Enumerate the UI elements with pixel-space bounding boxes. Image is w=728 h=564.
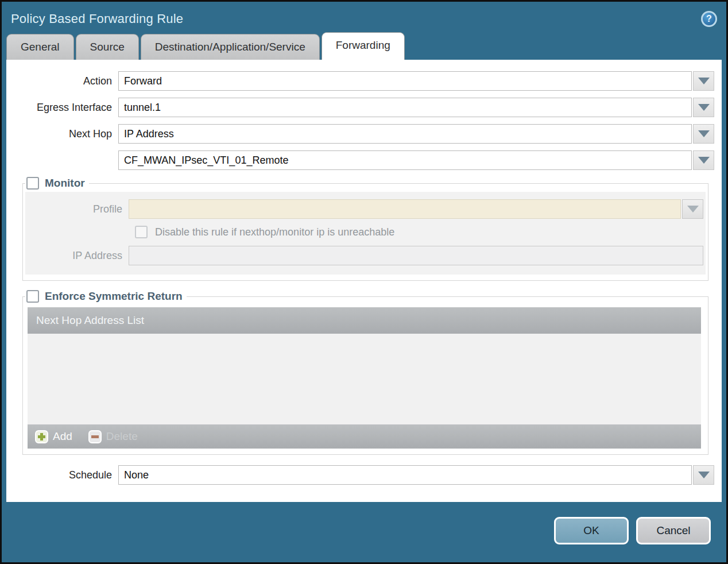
table-body	[28, 334, 701, 424]
table-header: Next Hop Address List	[28, 307, 701, 334]
chevron-down-icon	[698, 472, 710, 478]
schedule-row: Schedule	[8, 465, 714, 485]
schedule-label: Schedule	[8, 469, 118, 481]
chevron-down-icon	[698, 78, 710, 84]
monitor-checkbox[interactable]	[26, 177, 39, 190]
next-hop-address-input[interactable]	[118, 150, 692, 170]
action-row: Action	[8, 71, 714, 91]
chevron-down-icon	[687, 206, 699, 213]
ok-button[interactable]: OK	[554, 517, 629, 544]
next-hop-address-dropdown-button[interactable]	[693, 150, 714, 170]
title-bar: Policy Based Forwarding Rule ?	[2, 2, 726, 32]
egress-interface-row: Egress Interface	[8, 98, 714, 117]
monitor-legend: Monitor	[25, 177, 89, 190]
delete-button-label: Delete	[106, 430, 138, 443]
tab-source[interactable]: Source	[76, 34, 139, 60]
monitor-ip-input[interactable]	[129, 246, 703, 265]
monitor-ip-row: IP Address	[25, 246, 703, 265]
action-combo	[118, 71, 714, 91]
monitor-panel: Profile Disable this rule if nexthop/mon…	[25, 192, 706, 275]
add-icon	[35, 430, 48, 443]
enforce-symmetric-return-legend: Enforce Symmetric Return	[25, 290, 187, 303]
next-hop-label: Next Hop	[8, 128, 118, 140]
next-hop-type-dropdown-button[interactable]	[693, 124, 714, 144]
monitor-ip-label: IP Address	[25, 250, 129, 262]
tab-destination-application-service[interactable]: Destination/Application/Service	[141, 34, 320, 60]
profile-row: Profile	[25, 199, 703, 219]
tab-forwarding[interactable]: Forwarding	[322, 32, 405, 60]
chevron-down-icon	[698, 157, 710, 164]
egress-interface-label: Egress Interface	[8, 102, 118, 114]
dialog-title: Policy Based Forwarding Rule	[11, 11, 183, 26]
table-toolbar: Add Delete	[28, 424, 701, 449]
disable-rule-checkbox[interactable]	[135, 226, 148, 238]
profile-dropdown-button[interactable]	[682, 199, 703, 219]
next-hop-address-table: Next Hop Address List Add Delete	[28, 307, 701, 449]
schedule-input[interactable]	[118, 465, 692, 485]
next-hop-address-list-column-header: Next Hop Address List	[36, 314, 144, 327]
enforce-symmetric-return-section: Enforce Symmetric Return Next Hop Addres…	[22, 290, 708, 455]
egress-interface-input[interactable]	[118, 98, 692, 117]
next-hop-type-combo	[118, 124, 714, 144]
profile-label: Profile	[25, 203, 129, 215]
cancel-button[interactable]: Cancel	[636, 517, 711, 544]
next-hop-address-row	[8, 150, 714, 170]
enforce-symmetric-return-title: Enforce Symmetric Return	[45, 290, 183, 303]
schedule-combo	[118, 465, 714, 485]
delete-button[interactable]: Delete	[88, 430, 138, 443]
action-dropdown-button[interactable]	[693, 71, 714, 91]
tab-general[interactable]: General	[6, 34, 74, 60]
add-button[interactable]: Add	[35, 430, 72, 443]
next-hop-row: Next Hop	[8, 124, 714, 144]
delete-icon	[88, 430, 102, 443]
next-hop-type-input[interactable]	[118, 124, 692, 144]
disable-rule-label: Disable this rule if nexthop/monitor ip …	[155, 226, 394, 238]
help-icon[interactable]: ?	[701, 11, 717, 27]
action-input[interactable]	[118, 71, 692, 91]
tab-bar: General Source Destination/Application/S…	[2, 32, 726, 60]
monitor-section-title: Monitor	[45, 177, 85, 190]
egress-interface-combo	[118, 98, 714, 117]
action-label: Action	[8, 75, 118, 87]
forwarding-tab-panel: Action Egress Interface Next Hop	[6, 60, 722, 502]
chevron-down-icon	[698, 130, 710, 137]
next-hop-address-combo	[118, 150, 714, 170]
profile-input[interactable]	[129, 199, 681, 219]
profile-combo	[129, 199, 703, 219]
chevron-down-icon	[698, 104, 710, 111]
enforce-symmetric-return-checkbox[interactable]	[26, 290, 39, 303]
monitor-section: Monitor Profile Disable this rule if nex…	[22, 177, 708, 281]
disable-rule-row: Disable this rule if nexthop/monitor ip …	[135, 226, 703, 238]
policy-based-forwarding-dialog: Policy Based Forwarding Rule ? General S…	[0, 0, 728, 564]
add-button-label: Add	[53, 430, 72, 443]
dialog-footer: OK Cancel	[2, 502, 726, 544]
egress-interface-dropdown-button[interactable]	[693, 98, 714, 117]
schedule-dropdown-button[interactable]	[693, 465, 714, 485]
